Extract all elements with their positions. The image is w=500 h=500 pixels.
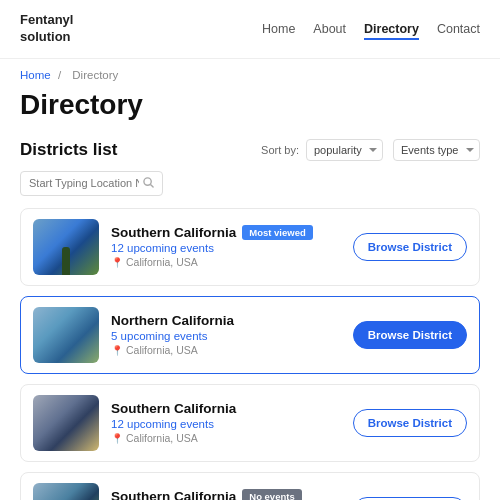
districts-header: Districts list Sort by: popularity Event… — [0, 139, 500, 208]
card-events: 5 upcoming events — [111, 330, 341, 342]
card-location: 📍California, USA — [111, 344, 341, 356]
browse-district-button[interactable]: Browse District — [353, 321, 467, 349]
nav-links: HomeAboutDirectoryContact — [262, 21, 480, 36]
district-card: Northern California5 upcoming events📍Cal… — [20, 296, 480, 374]
card-location: 📍California, USA — [111, 256, 341, 268]
district-card: Southern California12 upcoming events📍Ca… — [20, 384, 480, 462]
nav-link-directory[interactable]: Directory — [364, 22, 419, 40]
district-card: Southern CaliforniaNo events0 upcoming e… — [20, 472, 480, 500]
card-info: Southern CaliforniaNo events0 upcoming e… — [111, 489, 341, 500]
sort-label: Sort by: — [261, 144, 299, 156]
browse-district-button[interactable]: Browse District — [353, 409, 467, 437]
card-name: Southern California — [111, 489, 236, 500]
browse-district-button[interactable]: Browse District — [353, 233, 467, 261]
location-icon: 📍 — [111, 345, 123, 356]
sort-filter-group: Sort by: popularity — [261, 139, 383, 161]
card-name: Southern California — [111, 225, 236, 240]
location-icon: 📍 — [111, 257, 123, 268]
district-card-list: Southern CaliforniaMost viewed12 upcomin… — [0, 208, 500, 500]
card-image — [33, 395, 99, 451]
search-icon — [143, 176, 154, 191]
card-location: 📍California, USA — [111, 432, 341, 444]
card-image — [33, 219, 99, 275]
navbar: Fentanyl solution HomeAboutDirectoryCont… — [0, 0, 500, 59]
location-text: California, USA — [126, 256, 198, 268]
nav-link-home[interactable]: Home — [262, 22, 295, 36]
breadcrumb-separator: / — [58, 69, 61, 81]
card-name-row: Southern CaliforniaNo events — [111, 489, 341, 500]
district-card: Southern CaliforniaMost viewed12 upcomin… — [20, 208, 480, 286]
card-image — [33, 483, 99, 500]
svg-line-1 — [151, 185, 153, 187]
districts-title: Districts list — [20, 140, 251, 160]
card-name-row: Southern CaliforniaMost viewed — [111, 225, 341, 240]
location-icon: 📍 — [111, 433, 123, 444]
card-events: 12 upcoming events — [111, 242, 341, 254]
location-search-input[interactable] — [29, 177, 139, 189]
card-name: Northern California — [111, 313, 234, 328]
page-title: Directory — [0, 85, 500, 139]
events-type-select[interactable]: Events type — [393, 139, 480, 161]
card-events: 12 upcoming events — [111, 418, 341, 430]
svg-point-0 — [144, 178, 151, 185]
brand: Fentanyl solution — [20, 12, 73, 46]
location-text: California, USA — [126, 344, 198, 356]
card-image — [33, 307, 99, 363]
nav-link-contact[interactable]: Contact — [437, 22, 480, 36]
card-info: Northern California5 upcoming events📍Cal… — [111, 313, 341, 356]
card-badge: No events — [242, 489, 301, 500]
card-name: Southern California — [111, 401, 236, 416]
card-badge: Most viewed — [242, 225, 313, 240]
card-name-row: Southern California — [111, 401, 341, 416]
events-type-filter-group: Events type — [393, 139, 480, 161]
location-text: California, USA — [126, 432, 198, 444]
nav-link-about[interactable]: About — [313, 22, 346, 36]
card-info: Southern California12 upcoming events📍Ca… — [111, 401, 341, 444]
location-search-box[interactable] — [20, 171, 163, 196]
card-name-row: Northern California — [111, 313, 341, 328]
breadcrumb-current: Directory — [72, 69, 118, 81]
sort-select[interactable]: popularity — [306, 139, 383, 161]
breadcrumb-home[interactable]: Home — [20, 69, 51, 81]
breadcrumb: Home / Directory — [0, 59, 500, 85]
card-info: Southern CaliforniaMost viewed12 upcomin… — [111, 225, 341, 268]
